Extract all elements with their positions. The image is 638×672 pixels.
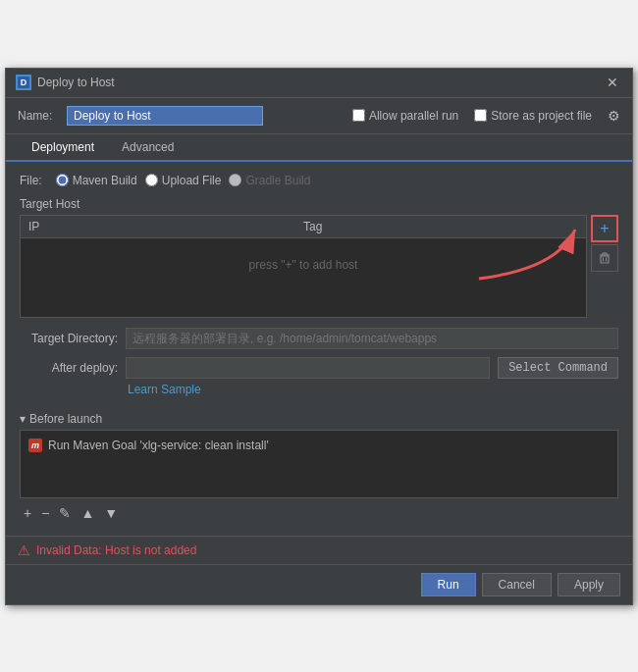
collapse-icon: ▾ [20,412,26,426]
title-bar-left: D Deploy to Host [16,75,115,90]
status-bar: ⚠ Invalid Data: Host is not added [6,536,632,564]
before-launch-header: ▾ Before launch [20,412,618,426]
delete-host-button[interactable] [591,244,618,272]
store-project-label[interactable]: Store as project file [474,109,592,123]
host-table-header: IP Tag [21,216,586,238]
svg-rect-2 [601,256,609,263]
gear-button[interactable]: ⚙ [608,108,620,124]
dialog-footer: Run Cancel Apply [6,564,632,604]
after-deploy-row: After deploy: Select Command [20,357,618,379]
host-table-body: press "+" to add host [21,238,586,317]
name-label: Name: [18,109,57,123]
error-text: Invalid Data: Host is not added [36,543,196,557]
plus-icon: + [600,220,609,237]
empty-host-hint: press "+" to add host [249,258,358,272]
add-host-button[interactable]: + [591,215,618,242]
target-host-label: Target Host [20,197,618,211]
gradle-build-radio-label: Gradle Build [229,174,310,187]
close-button[interactable]: ✕ [603,75,622,90]
tab-advanced[interactable]: Advanced [108,134,187,162]
upload-file-radio-label[interactable]: Upload File [145,174,222,187]
title-bar: D Deploy to Host ✕ [6,69,632,98]
launch-down-button[interactable]: ▼ [100,504,122,522]
apply-button[interactable]: Apply [558,573,620,596]
file-row: File: Maven Build Upload File Gradle Bui… [20,174,618,187]
tab-deployment[interactable]: Deployment [18,134,108,162]
select-command-button[interactable]: Select Command [498,357,618,379]
store-project-checkbox[interactable] [474,109,487,122]
upload-file-radio[interactable] [145,174,158,186]
host-table: IP Tag press "+" to add host [20,215,587,318]
parallel-run-checkbox[interactable] [352,109,365,122]
svg-text:D: D [21,78,27,87]
col-ip-header: IP [28,220,303,233]
maven-build-radio[interactable] [56,174,69,186]
after-deploy-label: After deploy: [20,361,118,375]
gradle-build-radio [229,174,241,186]
launch-item: m Run Maven Goal 'xlg-service: clean ins… [28,437,610,454]
dialog-icon: D [16,75,31,90]
before-launch-section: ▾ Before launch m Run Maven Goal 'xlg-se… [20,412,618,524]
dialog-title: Deploy to Host [37,76,115,89]
host-table-wrapper: IP Tag press "+" to add host + [20,215,618,318]
col-tag-header: Tag [303,220,578,233]
target-directory-input[interactable] [126,328,618,349]
launch-remove-button[interactable]: − [37,504,53,522]
launch-edit-button[interactable]: ✎ [55,504,75,522]
trash-icon [598,251,611,265]
host-table-container: IP Tag press "+" to add host + [20,215,618,318]
launch-item-text: Run Maven Goal 'xlg-service: clean insta… [48,439,269,452]
launch-up-button[interactable]: ▲ [77,504,98,522]
error-icon: ⚠ [18,543,30,558]
before-launch-label: Before launch [29,412,102,426]
options-row: Allow parallel run Store as project file… [352,108,620,124]
name-input[interactable] [67,106,263,126]
tabs-bar: Deployment Advanced [6,134,632,162]
maven-build-radio-label[interactable]: Maven Build [56,174,137,187]
cancel-button[interactable]: Cancel [482,573,552,596]
name-row: Name: Allow parallel run Store as projec… [6,98,632,134]
target-directory-label: Target Directory: [20,332,118,345]
target-directory-row: Target Directory: [20,328,618,349]
launch-toolbar: + − ✎ ▲ ▼ [20,502,618,524]
after-deploy-input[interactable] [126,357,490,379]
launch-add-button[interactable]: + [20,504,35,522]
parallel-run-label[interactable]: Allow parallel run [352,109,458,123]
run-button[interactable]: Run [421,573,476,596]
maven-icon: m [28,439,42,452]
host-buttons: + [591,215,618,318]
content-area: File: Maven Build Upload File Gradle Bui… [6,162,632,536]
before-launch-list: m Run Maven Goal 'xlg-service: clean ins… [20,430,618,498]
deploy-dialog: D Deploy to Host ✕ Name: Allow parallel … [5,68,633,605]
file-label: File: [20,174,42,187]
learn-sample-link[interactable]: Learn Sample [128,383,201,396]
